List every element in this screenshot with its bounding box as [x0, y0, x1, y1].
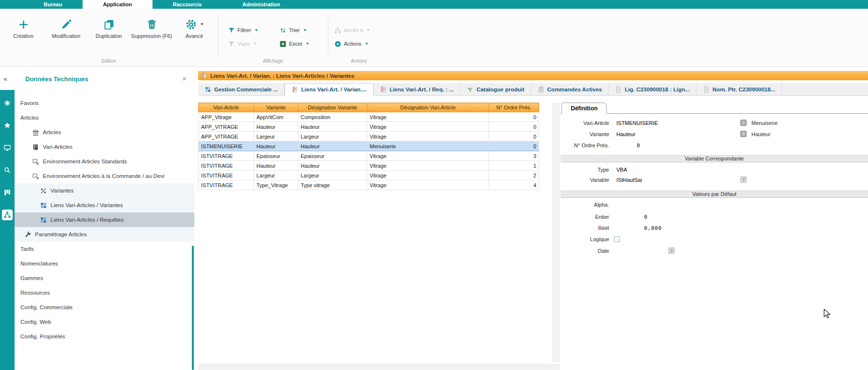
help-button[interactable]: ? — [740, 131, 747, 137]
sidebar-item-favoris[interactable]: Favoris — [15, 96, 194, 110]
variable-value[interactable]: IStHautSai — [616, 177, 642, 183]
cell[interactable]: Composition — [298, 112, 367, 122]
cell[interactable]: Hauteur — [254, 122, 298, 132]
menu-bureau[interactable]: Bureau — [23, 0, 83, 9]
ordre-value[interactable]: 0 — [637, 142, 640, 148]
column-header[interactable]: Désignation Vari-Article — [367, 103, 489, 112]
grid-vertical-scrollbar[interactable] — [552, 103, 560, 362]
cell[interactable]: 0 — [489, 122, 539, 132]
apps-icon[interactable] — [2, 98, 13, 108]
cell[interactable]: Hauteur — [298, 141, 367, 151]
grid-horizontal-scrollbar[interactable] — [198, 364, 560, 370]
search-icon[interactable] — [2, 165, 13, 176]
sidebar-item-variantes[interactable]: Variantes — [15, 183, 194, 198]
cell[interactable]: Largeur — [298, 171, 367, 180]
sidebar-item-env-articles-standards[interactable]: Environnement Articles Standards — [15, 154, 194, 169]
cell[interactable]: Hauteur — [254, 161, 298, 171]
cell[interactable]: Largeur — [254, 132, 298, 141]
sidebar-item-articles-group[interactable]: Articles — [15, 110, 194, 125]
cell[interactable]: 1 — [489, 161, 539, 171]
cell[interactable]: 4 — [489, 180, 539, 190]
cell[interactable]: Largeur — [254, 171, 298, 180]
sidebar-item-gammes[interactable]: Gammes — [15, 271, 194, 285]
sidebar-item-liens-vari-articles-requetes[interactable]: Liens Vari-Articles / Requêtes — [15, 212, 194, 227]
filtrer-button[interactable]: Filtrer — [226, 23, 274, 37]
variante-value[interactable]: Hauteur — [616, 131, 635, 137]
sidebar-item-config-proprietes[interactable]: Config. Propriétés — [15, 329, 194, 344]
menu-raccourcis[interactable]: Raccourcis — [153, 0, 222, 9]
cell[interactable]: Vitrage — [367, 171, 489, 180]
cell[interactable]: ISTMENUISERIE — [199, 141, 254, 151]
reel-value[interactable]: 0,000 — [644, 225, 662, 231]
tab-liens-vari-art-varian[interactable]: Liens Vari-Art. / Varian.... — [285, 83, 374, 96]
table-row[interactable]: APP_VitrageAppVitComCompositionVitrage0 — [199, 112, 539, 122]
menu-application[interactable]: Application — [83, 0, 153, 9]
modification-button[interactable]: Modification — [45, 14, 87, 40]
tab-nom-ptr-c230900018[interactable]: Nom. Ptr. C230900018... — [697, 83, 782, 95]
cell[interactable]: 3 — [489, 151, 539, 161]
duplication-button[interactable]: Duplication — [87, 14, 130, 40]
kanban-icon[interactable] — [2, 187, 13, 198]
cell[interactable]: 0 — [489, 141, 539, 151]
suppression-button[interactable]: Suppression (F6) — [130, 14, 173, 40]
cell[interactable]: Vitrage — [367, 151, 489, 161]
cell[interactable]: APP_VITRAGE — [199, 122, 254, 132]
tab-gestion-commerciale[interactable]: Gestion Commerciale ... — [198, 83, 285, 95]
cell[interactable]: Vitrage — [367, 180, 489, 190]
table-row[interactable]: ISTVITRAGEType_VitrageType vitrageVitrag… — [199, 180, 539, 190]
cell[interactable]: Menuiserie — [367, 141, 489, 151]
cell[interactable]: ISTVITRAGE — [199, 151, 254, 161]
cell[interactable]: ISTVITRAGE — [199, 171, 254, 180]
sidebar-item-tarifs[interactable]: Tarifs — [15, 242, 194, 256]
cell[interactable]: Vitrage — [367, 112, 489, 122]
column-header[interactable]: N° Ordre Prés. — [489, 103, 539, 112]
tab-lig-c230900018[interactable]: Lig. C230900018 : Lign... — [609, 83, 697, 95]
cell[interactable]: Epaisseur — [298, 151, 367, 161]
logique-checkbox[interactable] — [614, 236, 620, 242]
actions-button[interactable]: Actions — [332, 37, 390, 51]
cell[interactable]: 2 — [489, 171, 539, 180]
org-icon[interactable] — [2, 210, 13, 220]
tab-definition[interactable]: Définition — [562, 103, 607, 114]
acces-a-button[interactable]: Accès à — [332, 23, 390, 37]
table-row[interactable]: APP_VITRAGEHauteurHauteurVitrage0 — [199, 122, 539, 132]
help-button[interactable]: ? — [740, 120, 747, 126]
cell[interactable]: Vitrage — [367, 122, 489, 132]
sidebar-item-vari-articles[interactable]: Vari-Articles — [15, 140, 194, 154]
cell[interactable]: 0 — [489, 112, 539, 122]
excel-button[interactable]: Excel — [277, 37, 326, 51]
sidebar-item-config-commerciale[interactable]: Config. Commerciale — [15, 300, 194, 315]
sidebar-item-articles[interactable]: Articles — [15, 125, 194, 140]
close-icon[interactable]: × — [182, 74, 187, 83]
cell[interactable]: Vitrage — [367, 161, 489, 171]
cell[interactable]: Largeur — [298, 132, 367, 141]
cell[interactable]: APP_Vitrage — [199, 112, 254, 122]
tab-catalogue-produit[interactable]: Catalogue produit — [460, 83, 531, 95]
cell[interactable]: Type_Vitrage — [254, 180, 298, 190]
column-header[interactable]: Désignation Variante — [298, 103, 367, 112]
vues-button[interactable]: Vues — [226, 37, 274, 51]
column-header[interactable]: Variante — [254, 103, 298, 112]
vari-article-value[interactable]: ISTMENUISERIE — [616, 120, 658, 126]
table-row[interactable]: ISTVITRAGELargeurLargeurVitrage2 — [199, 171, 539, 180]
cell[interactable]: Type vitrage — [298, 180, 367, 190]
cell[interactable]: ISTVITRAGE — [199, 180, 254, 190]
help-button[interactable]: ? — [740, 176, 747, 183]
tab-commandes-actives[interactable]: Commandes Actives — [531, 83, 609, 95]
table-row[interactable]: APP_VITRAGELargeurLargeurVitrage0 — [199, 132, 539, 141]
sidebar-item-config-web[interactable]: Config. Web — [15, 315, 194, 329]
table-row[interactable]: ISTVITRAGEEpaisseurEpaisseurVitrage3 — [199, 151, 539, 161]
cell[interactable]: ISTVITRAGE — [199, 161, 254, 171]
sidebar-item-parametrage-articles[interactable]: Paramétrage Articles — [15, 227, 194, 242]
creation-button[interactable]: Création — [2, 14, 45, 40]
help-button[interactable]: ? — [668, 247, 675, 254]
collapse-icon[interactable]: « — [3, 74, 7, 83]
table-row-selected[interactable]: ISTMENUISERIEHauteurHauteurMenuiserie0 — [199, 141, 539, 151]
sidebar-item-env-articles-commande[interactable]: Environnement Articles à la Commande / a… — [15, 169, 194, 183]
avance-button[interactable]: Avancé — [173, 14, 216, 40]
cell[interactable]: 0 — [489, 132, 539, 141]
sidebar-item-nomenclatures[interactable]: Nomenclatures — [15, 256, 194, 271]
cell[interactable]: Epaisseur — [254, 151, 298, 161]
cell[interactable]: Hauteur — [254, 141, 298, 151]
monitor-icon[interactable] — [2, 142, 13, 153]
